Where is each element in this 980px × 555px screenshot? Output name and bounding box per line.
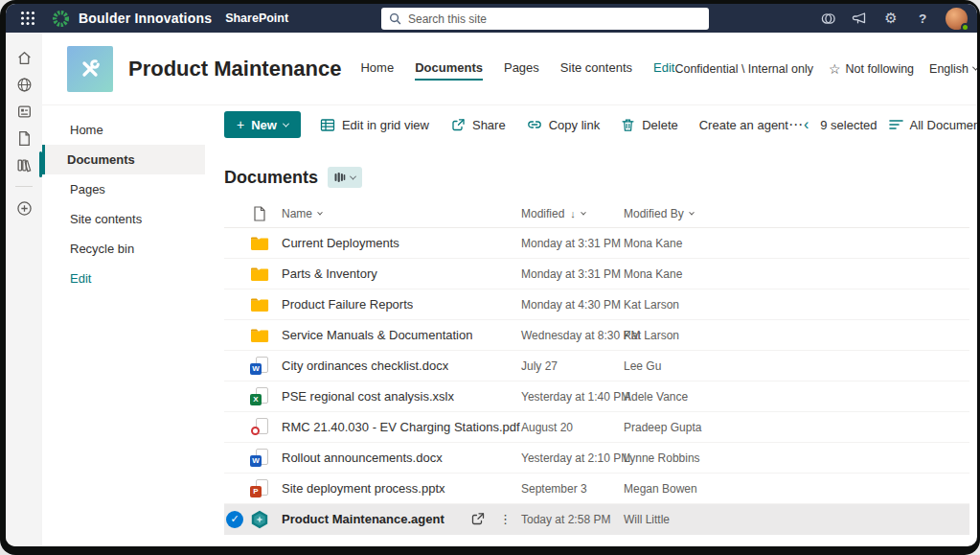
view-lines-icon — [889, 118, 903, 131]
word-file-icon: W — [250, 449, 269, 468]
news-icon[interactable] — [11, 98, 37, 125]
column-header-modified-by[interactable]: Modified By — [624, 207, 969, 220]
table-row-site-deployment-process-pptx[interactable]: PSite deployment process.pptxSeptember 3… — [224, 474, 969, 504]
column-header-name[interactable]: Name — [274, 207, 521, 220]
folder-icon — [250, 236, 269, 251]
file-name[interactable]: Product Failure Reports — [282, 297, 413, 312]
table-row-product-failure-reports[interactable]: Product Failure ReportsMonday at 4:30 PM… — [224, 289, 969, 320]
tab-edit[interactable]: Edit — [653, 60, 674, 81]
modified-by: Lynne Robbins — [624, 451, 969, 465]
window-frame: Boulder Innovations SharePoint ⚙? — [0, 0, 980, 555]
table-row-service-manuals-documentation[interactable]: Service Manuals & DocumentationWednesday… — [224, 320, 969, 351]
home-icon[interactable] — [11, 44, 37, 71]
table-row-pse-regional-cost-analysis-xslx[interactable]: XPSE regional cost analysis.xslxYesterda… — [224, 382, 969, 412]
command-actions: Edit in grid viewShareCopy linkDeleteCre… — [320, 118, 788, 132]
table-row-product-maintenance-agent[interactable]: ✓Product Maintenance.agent⋮Today at 2:58… — [224, 504, 969, 535]
modified-date: Monday at 3:31 PM — [521, 237, 624, 250]
modified-date: Wednesday at 8:30 PM — [521, 329, 624, 342]
sidebar-item-recycle-bin[interactable]: Recycle bin — [42, 234, 205, 264]
sidebar-item-documents[interactable]: Documents — [42, 145, 205, 174]
table-row-rmc-21-40-030-ev-charging-stations-pdf[interactable]: RMC 21.40.030 - EV Charging Stations.pdf… — [224, 412, 969, 443]
file-name[interactable]: Product Maintenance.agent — [282, 512, 444, 526]
new-button[interactable]: + New — [224, 111, 301, 138]
view-selector[interactable]: All Documents — [889, 118, 977, 132]
file-name[interactable]: Site deployment process.pptx — [282, 481, 445, 496]
modified-by: Mona Kane — [624, 237, 969, 250]
language-selector[interactable]: English — [929, 62, 977, 76]
row-share-icon[interactable] — [469, 512, 486, 526]
settings-icon[interactable]: ⚙ — [878, 6, 903, 31]
suite-right-icons: ⚙? — [815, 6, 968, 31]
sidebar-item-pages[interactable]: Pages — [42, 174, 205, 204]
file-name[interactable]: City ordinances checklist.docx — [282, 358, 448, 373]
site-search[interactable] — [381, 8, 709, 30]
help-icon[interactable]: ? — [910, 6, 935, 31]
file-name[interactable]: Service Manuals & Documentation — [282, 328, 472, 342]
table-row-parts-inventory[interactable]: Parts & InventoryMonday at 3:31 PMMona K… — [224, 259, 969, 289]
row-checkbox[interactable]: ✓ — [224, 511, 245, 528]
copy-link-button[interactable]: Copy link — [527, 118, 600, 132]
edit-in-grid-view-button[interactable]: Edit in grid view — [320, 118, 429, 132]
share-button[interactable]: Share — [450, 118, 506, 132]
tab-pages[interactable]: Pages — [504, 60, 539, 81]
table-row-rollout-announcements-docx[interactable]: WRollout announcements.docxYesterday at … — [224, 443, 969, 474]
table-rows: Current DeploymentsMonday at 3:31 PMMona… — [224, 228, 969, 535]
add-icon[interactable] — [11, 195, 37, 221]
product-name[interactable]: SharePoint — [225, 12, 288, 25]
app-launcher-waffle-icon[interactable] — [17, 8, 38, 29]
file-name[interactable]: Rollout announcements.docx — [282, 451, 443, 465]
command-bar-right: ‹ 9 selected All Documents — [804, 117, 977, 132]
company-name[interactable]: Boulder Innovations — [79, 11, 212, 26]
create-an-agent-button[interactable]: Create an agent — [699, 118, 788, 132]
tab-documents[interactable]: Documents — [415, 60, 483, 81]
file-name[interactable]: Parts & Inventory — [282, 266, 377, 281]
sidebar-item-site-contents[interactable]: Site contents — [42, 204, 205, 234]
chevron-down-icon — [689, 209, 695, 215]
file-name[interactable]: Current Deployments — [282, 236, 399, 250]
globe-icon[interactable] — [11, 71, 37, 98]
sidebar-item-edit[interactable]: Edit — [42, 264, 205, 293]
row-hover-tools: ⋮ — [469, 512, 521, 526]
file-name[interactable]: PSE regional cost analysis.xslx — [282, 389, 454, 404]
chevron-down-icon — [283, 120, 289, 127]
sharepoint-app: Boulder Innovations SharePoint ⚙? — [6, 4, 977, 546]
chevron-down-icon — [350, 173, 356, 179]
file-icon[interactable] — [11, 125, 37, 151]
column-header-modified[interactable]: Modified↓ — [521, 207, 624, 220]
site-logo-tools-icon[interactable] — [67, 46, 113, 92]
modified-by: Megan Bowen — [624, 482, 969, 496]
chevron-left-icon[interactable]: ‹ — [804, 117, 809, 132]
rail-active-indicator — [39, 151, 42, 177]
folder-icon — [250, 297, 269, 312]
site-nav-tabs: HomeDocumentsPagesSite contentsEdit — [360, 60, 674, 81]
modified-by: Kat Larson — [624, 298, 969, 312]
sidebar-item-home[interactable]: Home — [42, 115, 205, 145]
modified-date: Monday at 4:30 PM — [521, 298, 624, 312]
table-header: Name Modified↓ Modified By — [224, 199, 969, 228]
sensitivity-label: Confidential \ Internal only — [674, 62, 813, 76]
library-icon[interactable] — [11, 151, 37, 178]
tab-home[interactable]: Home — [360, 60, 394, 81]
selected-check-icon[interactable]: ✓ — [226, 511, 243, 528]
megaphone-icon[interactable] — [847, 6, 872, 31]
user-avatar[interactable] — [946, 8, 968, 30]
site-title: Product Maintenance — [128, 57, 341, 81]
tab-site-contents[interactable]: Site contents — [560, 60, 632, 81]
follow-button[interactable]: ☆Not following — [829, 61, 914, 77]
excel-file-icon: X — [250, 387, 269, 406]
table-row-city-ordinances-checklist-docx[interactable]: WCity ordinances checklist.docxJuly 27Le… — [224, 351, 969, 382]
sidebar-nav: HomeDocumentsPagesSite contentsRecycle b… — [42, 105, 205, 546]
chevron-down-icon — [317, 209, 323, 215]
row-more-icon[interactable]: ⋮ — [499, 512, 512, 526]
search-input[interactable] — [408, 12, 701, 26]
copilot-icon[interactable] — [815, 6, 840, 31]
collection-view-pill[interactable] — [328, 167, 362, 188]
table-row-current-deployments[interactable]: Current DeploymentsMonday at 3:31 PMMona… — [224, 228, 969, 259]
more-actions-icon[interactable]: ⋯ — [788, 116, 804, 133]
delete-button[interactable]: Delete — [621, 118, 678, 132]
document-type-column-icon[interactable] — [253, 206, 266, 221]
site-header: Product Maintenance HomeDocumentsPagesSi… — [42, 33, 977, 105]
file-name[interactable]: RMC 21.40.030 - EV Charging Stations.pdf — [282, 420, 520, 434]
search-icon — [389, 12, 401, 25]
site-header-right: Confidential \ Internal only ☆Not follow… — [674, 61, 977, 77]
